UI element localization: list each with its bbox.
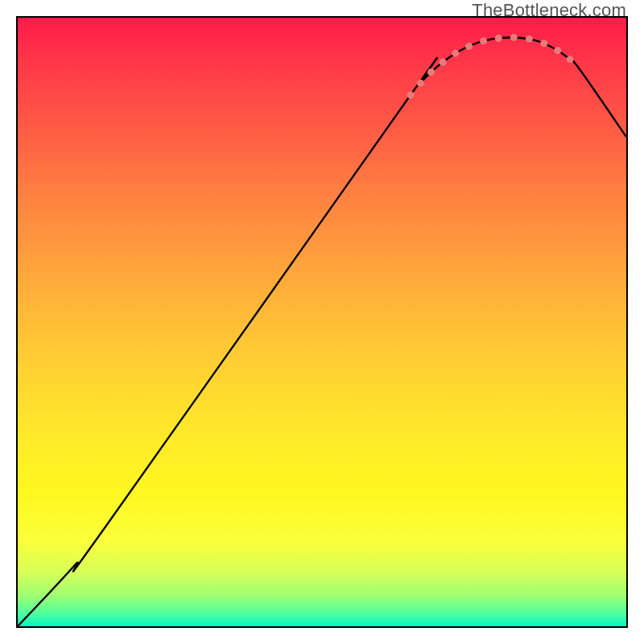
chart-svg xyxy=(18,18,626,626)
bottleneck-curve-path xyxy=(18,37,626,626)
bottleneck-highlight-path xyxy=(411,37,580,95)
bottleneck-chart xyxy=(16,16,628,628)
